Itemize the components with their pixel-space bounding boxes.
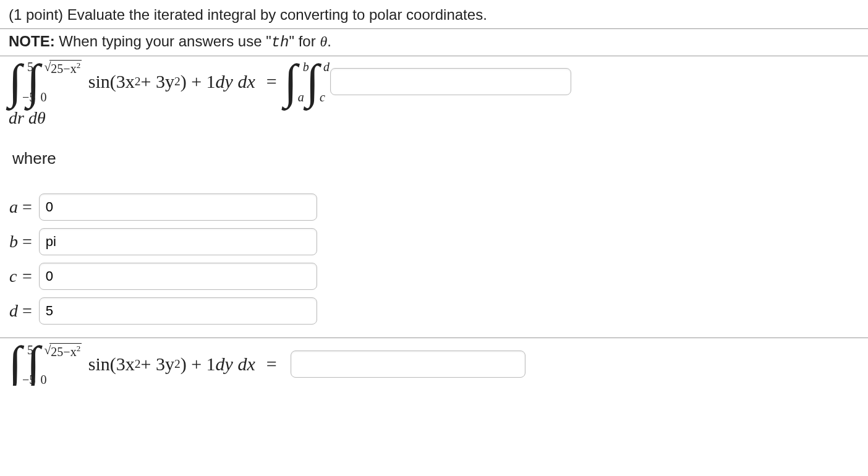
bound-b-eq: = <box>22 227 38 256</box>
polar-inner-integral: ∫ d c <box>306 62 319 101</box>
note-row: NOTE: When typing your answers use "th" … <box>0 28 868 56</box>
bound-c-label: c <box>9 262 22 291</box>
bound-row-b: b = <box>9 227 318 256</box>
equals-1: = <box>266 71 277 92</box>
note-label: NOTE: <box>9 33 55 49</box>
polar-outer-integral: ∫ b a <box>284 62 297 101</box>
final-answer-input[interactable] <box>291 351 525 378</box>
inner-integral-2: ∫ √25−x2 0 <box>27 344 67 383</box>
bound-d-eq: = <box>22 297 38 325</box>
polar-outer-lower: a <box>298 90 304 104</box>
inner-integral-1: ∫ √25−x2 0 <box>27 62 67 101</box>
bound-row-c: c = <box>9 262 318 291</box>
note-text-after: " for <box>289 33 320 49</box>
integrand-input[interactable] <box>330 68 571 95</box>
integral-conversion-row: ∫ 5 −5 ∫ √25−x2 0 sin(3x2 + 3y2) + 1 dy … <box>0 56 868 103</box>
bound-d-input[interactable] <box>39 297 317 325</box>
bound-b-label: b <box>9 227 22 256</box>
integrand-expression-1: sin(3x2 + 3y2) + 1 dy dx <box>88 71 255 92</box>
bound-c-input[interactable] <box>39 263 317 290</box>
inner-upper-1: √25−x2 <box>44 60 82 76</box>
polar-inner-lower: c <box>320 90 325 104</box>
bounds-table: a = b = c = d = <box>9 187 318 331</box>
note-period: . <box>327 33 331 49</box>
problem-prompt: Evaluate the iterated integral by conver… <box>67 6 487 23</box>
inner-lower-1: 0 <box>40 90 46 104</box>
bound-b-input[interactable] <box>39 228 317 255</box>
outer-integral-1: ∫ 5 −5 <box>9 62 22 101</box>
bound-d-label: d <box>9 297 22 325</box>
bound-a-eq: = <box>22 193 38 221</box>
bound-a-input[interactable] <box>39 193 317 221</box>
where-label: where <box>0 128 868 187</box>
polar-integral-block: ∫ b a ∫ d c <box>284 62 325 101</box>
outer-integral-2: ∫ 5 −5 <box>9 344 22 383</box>
final-integral-row: ∫ 5 −5 ∫ √25−x2 0 sin(3x2 + 3y2) + 1 dy … <box>0 338 868 385</box>
dr-dtheta-label: dr dθ <box>0 108 868 128</box>
bound-row-a: a = <box>9 193 318 221</box>
inner-upper-2: √25−x2 <box>44 343 82 359</box>
note-code: th <box>271 34 289 51</box>
bound-row-d: d = <box>9 297 318 325</box>
note-text-before: When typing your answers use " <box>59 33 271 49</box>
bound-a-label: a <box>9 193 22 221</box>
polar-inner-upper: d <box>323 60 330 74</box>
equals-2: = <box>266 354 277 375</box>
integrand-expression-2: sin(3x2 + 3y2) + 1 dy dx <box>88 354 255 375</box>
problem-header: (1 point) Evaluate the iterated integral… <box>0 0 868 28</box>
bound-c-eq: = <box>22 262 38 291</box>
theta-symbol: θ <box>320 33 327 49</box>
inner-lower-2: 0 <box>40 373 46 386</box>
points-label: (1 point) <box>9 6 63 23</box>
